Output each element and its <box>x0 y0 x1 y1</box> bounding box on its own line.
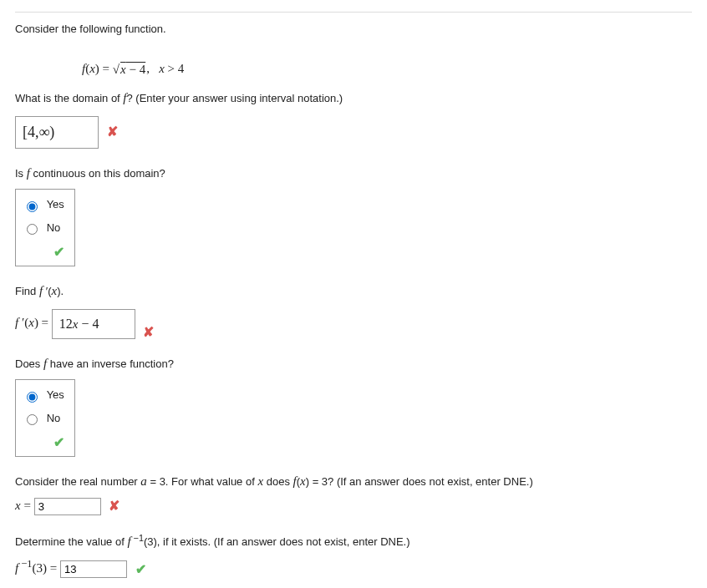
continuous-no-radio[interactable] <box>27 224 38 235</box>
function-definition: f(x) = √x − 4, x > 4 <box>15 53 692 89</box>
question-inverse-text: Does f have an inverse function? <box>15 354 692 373</box>
intro-block: Consider the following function. <box>15 21 692 38</box>
inverse-yes-radio[interactable] <box>27 392 38 403</box>
fprime-prefix: f ′(x) = <box>15 316 52 329</box>
question-continuous-text: Is f continuous on this domain? <box>15 164 692 183</box>
x-prefix: x = <box>15 499 34 512</box>
question-x-value-text: Consider the real number a = 3. For what… <box>15 472 692 491</box>
inverse-no-radio[interactable] <box>27 414 38 425</box>
check-icon: ✔ <box>53 245 64 259</box>
domain-answer-box[interactable]: [4,∞) <box>15 116 99 149</box>
finv3-answer-input[interactable] <box>60 560 127 578</box>
check-icon: ✔ <box>53 435 64 449</box>
check-icon: ✔ <box>135 562 146 576</box>
cross-icon: ✘ <box>143 325 154 339</box>
question-continuous: Is f continuous on this domain? Yes No ✔ <box>15 164 692 267</box>
x-answer-input[interactable] <box>34 498 101 515</box>
question-inverse: Does f have an inverse function? Yes No … <box>15 354 692 458</box>
question-fprime-text: Find f ′(x). <box>15 281 692 301</box>
continuous-yes-radio[interactable] <box>27 201 38 212</box>
question-domain: What is the domain of f? (Enter your ans… <box>15 89 692 149</box>
question-domain-text: What is the domain of f? (Enter your ans… <box>15 89 692 108</box>
intro-text: Consider the following function. <box>15 23 166 35</box>
question-x-value: Consider the real number a = 3. For what… <box>15 472 692 516</box>
continuous-no-label[interactable]: No <box>47 221 61 234</box>
inverse-yes-label[interactable]: Yes <box>47 388 64 401</box>
inverse-no-label[interactable]: No <box>47 412 61 424</box>
question-fprime: Find f ′(x). f ′(x) = 12x − 4 ✘ <box>15 281 692 339</box>
question-finv3: Determine the value of f −1(3), if it ex… <box>15 531 692 579</box>
question-finv3-text: Determine the value of f −1(3), if it ex… <box>15 531 692 551</box>
continuous-yes-label[interactable]: Yes <box>47 198 64 210</box>
continuous-radio-group: Yes No ✔ <box>15 189 75 266</box>
finv3-prefix: f −1(3) = <box>15 561 60 575</box>
inverse-radio-group: Yes No ✔ <box>15 379 75 457</box>
fprime-answer-box[interactable]: 12x − 4 <box>52 309 135 339</box>
cross-icon: ✘ <box>107 124 118 139</box>
cross-icon: ✘ <box>109 499 120 513</box>
